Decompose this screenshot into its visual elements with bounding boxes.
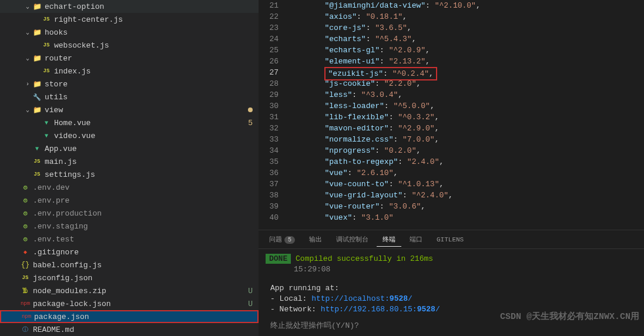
terminal-output[interactable]: DONE Compiled successfully in 216ms 15:2… (259, 249, 644, 336)
code-line[interactable]: "vue-count-to": "^1.0.13", (288, 179, 644, 190)
code-content[interactable]: "@jiaminghi/data-view": "^2.10.0", "axio… (288, 0, 644, 230)
file-utils[interactable]: 🔧utils (0, 90, 259, 103)
file--env-production[interactable]: ⚙.env.production (0, 207, 259, 220)
file-label: .env.dev (33, 183, 253, 192)
file-websocket-js[interactable]: JSwebsocket.js (0, 39, 259, 52)
line-number: 33 (259, 134, 279, 145)
local-url[interactable]: http://localhost:9528/ (311, 294, 412, 303)
js-icon: JS (32, 159, 42, 164)
file-explorer[interactable]: ⌄📁echart-optionJSright-center.js⌄📁hooksJ… (0, 0, 259, 336)
code-line[interactable]: "lib-flexible": "^0.3.2", (288, 112, 644, 123)
code-line[interactable]: "element-ui": "2.13.2", (288, 56, 644, 67)
folder-icon: 📁 (32, 2, 42, 11)
code-line[interactable]: "less-loader": "^5.0.0", (288, 100, 644, 112)
file-label: hooks (45, 28, 253, 37)
line-number: 38 (259, 190, 279, 201)
git-icon: ◆ (20, 248, 31, 256)
file-babel-config-js[interactable]: {}babel.config.js (0, 258, 259, 271)
file-view[interactable]: ⌄📁view (0, 103, 259, 116)
file-label: index.js (54, 67, 253, 76)
code-line[interactable]: "vuex": "3.1.0" (288, 212, 644, 223)
chevron-icon: ⌄ (24, 106, 32, 113)
code-line[interactable]: "vue-grid-layout": "^2.4.0", (288, 190, 644, 201)
line-number: 28 (259, 78, 279, 89)
panel-tabs[interactable]: 问题5 输出 调试控制台 终端 端口 GITLENS (259, 230, 644, 249)
code-line[interactable]: "echarts-gl": "^2.0.9", (288, 45, 644, 56)
js-icon: JS (20, 275, 31, 281)
chevron-icon: ⌄ (24, 55, 32, 62)
code-line[interactable]: "vue": "2.6.10", (288, 167, 644, 179)
file-label: App.vue (45, 145, 253, 153)
compile-msg: Compiled successfully in 216ms (296, 254, 433, 263)
code-line[interactable]: "mavon-editor": "^2.9.0", (288, 123, 644, 134)
git-status: U (243, 300, 253, 308)
file--env-test[interactable]: ⚙.env.test (0, 233, 259, 246)
file--gitignore[interactable]: ◆.gitignore (0, 246, 259, 258)
code-line[interactable]: "js-cookie": "2.2.0", (288, 78, 644, 89)
code-line[interactable]: "vue-router": "3.0.6", (288, 201, 644, 212)
local-label: - Local: (270, 294, 311, 303)
file-package-lock-json[interactable]: npmpackage-lock.jsonU (0, 297, 259, 310)
file-label: websocket.js (54, 41, 253, 50)
code-line[interactable]: "ezuikit-js": "^0.2.4", (288, 67, 644, 78)
vue-icon: ▼ (32, 146, 42, 152)
file-label: README.md (33, 325, 253, 334)
code-line[interactable]: "less": "^3.0.4", (288, 89, 644, 100)
line-number: 23 (259, 22, 279, 33)
file-label: Home.vue (54, 119, 243, 127)
file-node-modules-zip[interactable]: 🗜node_modules.zipU (0, 284, 259, 297)
file--env-pre[interactable]: ⚙.env.pre (0, 194, 259, 207)
file-settings-js[interactable]: JSsettings.js (0, 168, 259, 181)
line-number: 34 (259, 145, 279, 156)
file-readme-md[interactable]: ⓘREADME.md (0, 323, 259, 336)
batch-prompt: 终止批处理操作吗(Y/N)? (266, 321, 637, 331)
editor-area: 2122232425262728293031323334353637383940… (259, 0, 644, 336)
line-number: 40 (259, 212, 279, 223)
tab-debug[interactable]: 调试控制台 (330, 233, 374, 246)
code-line[interactable]: "normalize.css": "7.0.0", (288, 134, 644, 145)
code-line[interactable]: "path-to-regexp": "2.4.0", (288, 156, 644, 167)
js-icon: JS (41, 42, 52, 48)
line-number: 27 (259, 67, 279, 78)
file-home-vue[interactable]: ▼Home.vue5 (0, 116, 259, 129)
code-line[interactable]: "@jiaminghi/data-view": "^2.10.0", (288, 0, 644, 11)
tab-ports[interactable]: 端口 (404, 233, 428, 246)
file-main-js[interactable]: JSmain.js (0, 155, 259, 168)
file-router[interactable]: ⌄📁router (0, 52, 259, 65)
file-app-vue[interactable]: ▼App.vue (0, 142, 259, 155)
readme-icon: ⓘ (20, 325, 31, 334)
tab-gitlens[interactable]: GITLENS (431, 234, 469, 246)
file-label: .env.pre (33, 196, 253, 205)
file-echart-option[interactable]: ⌄📁echart-option (0, 0, 259, 13)
file--env-staging[interactable]: ⚙.env.staging (0, 220, 259, 233)
code-line[interactable]: "echarts": "^5.4.3", (288, 33, 644, 45)
line-number: 26 (259, 56, 279, 67)
file-index-js[interactable]: JSindex.js (0, 65, 259, 78)
code-line[interactable]: "axios": "0.18.1", (288, 11, 644, 22)
file-label: settings.js (45, 170, 253, 179)
line-number: 30 (259, 100, 279, 112)
file-right-center-js[interactable]: JSright-center.js (0, 13, 259, 26)
line-number: 24 (259, 33, 279, 45)
chevron-icon: ⌄ (24, 29, 32, 36)
file-label: node_modules.zip (33, 287, 243, 295)
code-area[interactable]: 2122232425262728293031323334353637383940… (259, 0, 644, 230)
file-label: main.js (45, 157, 253, 166)
vue-icon: ▼ (41, 120, 52, 126)
file-package-json[interactable]: npmpackage.json (0, 310, 259, 323)
file-jsconfig-json[interactable]: JSjsconfig.json (0, 271, 259, 284)
tab-problems[interactable]: 问题5 (263, 233, 301, 246)
network-url[interactable]: http://192.168.80.15:9528/ (321, 305, 440, 314)
file-hooks[interactable]: ⌄📁hooks (0, 26, 259, 39)
network-label: - Network: (270, 305, 321, 314)
code-line[interactable]: "nprogress": "0.2.0", (288, 145, 644, 156)
chevron-icon: › (24, 81, 32, 88)
chevron-icon: ⌄ (24, 3, 32, 10)
code-line[interactable]: "core-js": "3.6.5", (288, 22, 644, 33)
tab-terminal[interactable]: 终端 (377, 233, 401, 247)
file-video-vue[interactable]: ▼video.vue (0, 129, 259, 142)
file--env-dev[interactable]: ⚙.env.dev (0, 181, 259, 194)
file-store[interactable]: ›📁store (0, 78, 259, 90)
tab-output[interactable]: 输出 (303, 233, 328, 246)
file-label: .env.staging (33, 222, 253, 231)
